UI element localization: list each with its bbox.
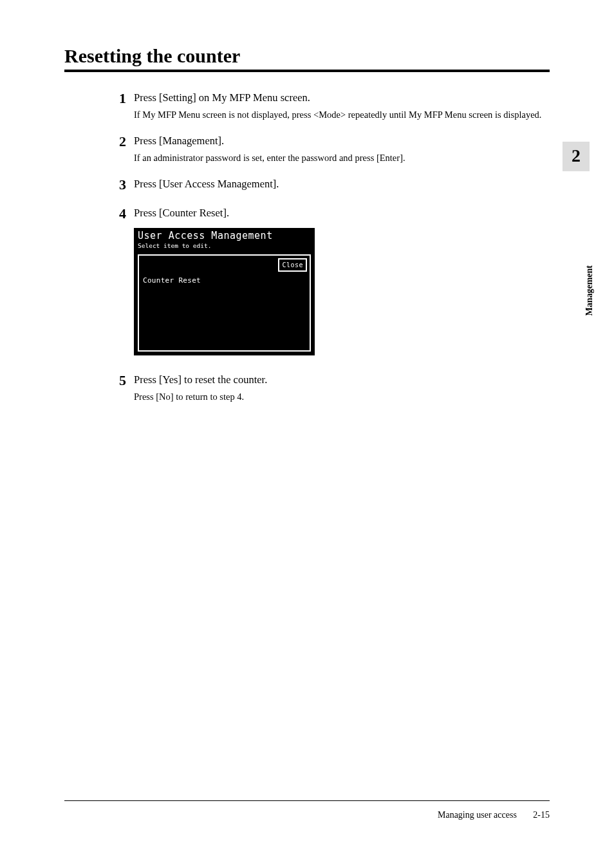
step-note: If an administrator password is set, ent… [134, 151, 550, 165]
step-number: 1 [109, 90, 126, 107]
chapter-tab: 2 [563, 142, 590, 171]
step-instruction: Press [Counter Reset]. [134, 205, 550, 222]
step-number: 5 [109, 372, 126, 389]
step: 1 Press [Setting] on My MFP Menu screen.… [109, 90, 550, 122]
step-note: Press [No] to return to step 4. [134, 390, 550, 404]
step-instruction: Press [Yes] to reset the counter. [134, 372, 550, 388]
section-title: Resetting the counter [64, 45, 550, 67]
lcd-title: User Access Management [138, 231, 311, 241]
footer-section: Managing user access [438, 810, 517, 820]
lcd-panel: Close Counter Reset [138, 254, 311, 352]
lcd-screenshot: User Access Management Select item to ed… [134, 228, 315, 355]
chapter-label: Management [584, 265, 595, 316]
title-underline [64, 70, 550, 72]
step-note: If My MFP Menu screen is not displayed, … [134, 108, 550, 122]
step: 2 Press [Management]. If an administrato… [109, 133, 550, 165]
page-footer: Managing user access 2-15 [64, 800, 550, 820]
lcd-close-button: Close [278, 258, 307, 272]
step-number: 4 [109, 205, 126, 222]
chapter-number: 2 [563, 142, 590, 166]
lcd-subtitle: Select item to edit. [138, 241, 311, 250]
step: 3 Press [User Access Management]. [109, 176, 550, 194]
steps-list: 1 Press [Setting] on My MFP Menu screen.… [109, 90, 550, 404]
step: 4 Press [Counter Reset]. User Access Man… [109, 205, 550, 355]
step-number: 3 [109, 176, 126, 193]
lcd-menu-item: Counter Reset [142, 275, 307, 287]
step-instruction: Press [Setting] on My MFP Menu screen. [134, 90, 550, 106]
footer-page-number: 2-15 [533, 810, 550, 820]
step-instruction: Press [User Access Management]. [134, 176, 550, 193]
step-number: 2 [109, 133, 126, 150]
step: 5 Press [Yes] to reset the counter. Pres… [109, 372, 550, 404]
footer-rule [64, 800, 550, 801]
step-instruction: Press [Management]. [134, 133, 550, 149]
